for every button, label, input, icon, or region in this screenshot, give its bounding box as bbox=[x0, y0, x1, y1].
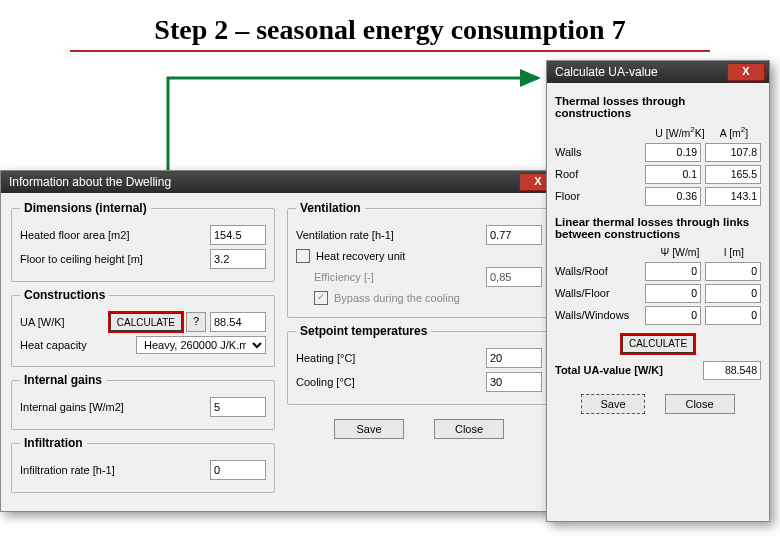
title-underline bbox=[70, 50, 710, 52]
ua-save-button[interactable]: Save bbox=[581, 394, 644, 414]
calculate-ua-button[interactable]: CALCULATE bbox=[110, 313, 182, 331]
internal-gains-input[interactable] bbox=[210, 397, 266, 417]
dwelling-title-text: Information about the Dwelling bbox=[9, 175, 171, 189]
ventilation-group: Ventilation Ventilation rate [h-1] Heat … bbox=[287, 201, 551, 318]
walls-u-input[interactable] bbox=[645, 143, 701, 162]
ceiling-height-input[interactable] bbox=[210, 249, 266, 269]
heated-area-label: Heated floor area [m2] bbox=[20, 229, 210, 241]
efficiency-input bbox=[486, 267, 542, 287]
heating-setpoint-label: Heating [°C] bbox=[296, 352, 486, 364]
constructions-legend: Constructions bbox=[20, 288, 109, 302]
ventilation-rate-input[interactable] bbox=[486, 225, 542, 245]
heat-capacity-label: Heat capacity bbox=[20, 339, 136, 351]
total-ua-label: Total UA-value [W/K] bbox=[555, 364, 703, 376]
heat-capacity-select[interactable]: Heavy, 260000 J/K.m2 bbox=[136, 336, 266, 354]
ua-section2-heading: Linear thermal losses through links betw… bbox=[555, 216, 761, 240]
ua-title-text: Calculate UA-value bbox=[555, 65, 658, 79]
roof-label: Roof bbox=[555, 168, 641, 180]
floor-label: Floor bbox=[555, 190, 641, 202]
col-psi-heading: Ψ [W/m] bbox=[653, 246, 707, 258]
walls-roof-label: Walls/Roof bbox=[555, 265, 641, 277]
heated-area-input[interactable] bbox=[210, 225, 266, 245]
cooling-setpoint-input[interactable] bbox=[486, 372, 542, 392]
walls-label: Walls bbox=[555, 146, 641, 158]
efficiency-label: Efficiency [-] bbox=[314, 271, 486, 283]
walls-windows-label: Walls/Windows bbox=[555, 309, 641, 321]
close-icon[interactable]: X bbox=[727, 63, 765, 81]
ventilation-legend: Ventilation bbox=[296, 201, 365, 215]
infiltration-rate-label: Infiltration rate [h-1] bbox=[20, 464, 210, 476]
floor-u-input[interactable] bbox=[645, 187, 701, 206]
heat-recovery-checkbox[interactable] bbox=[296, 249, 310, 263]
cooling-setpoint-label: Cooling [°C] bbox=[296, 376, 486, 388]
close-button[interactable]: Close bbox=[434, 419, 504, 439]
heat-recovery-label: Heat recovery unit bbox=[316, 250, 542, 262]
ua-close-button[interactable]: Close bbox=[665, 394, 735, 414]
ua-label: UA [W/K] bbox=[20, 316, 110, 328]
dimensions-legend: Dimensions (internal) bbox=[20, 201, 151, 215]
ua-section1-heading: Thermal losses through constructions bbox=[555, 95, 761, 119]
ventilation-rate-label: Ventilation rate [h-1] bbox=[296, 229, 486, 241]
save-button[interactable]: Save bbox=[334, 419, 404, 439]
roof-a-input[interactable] bbox=[705, 165, 761, 184]
infiltration-rate-input[interactable] bbox=[210, 460, 266, 480]
ua-value-input[interactable] bbox=[210, 312, 266, 332]
internal-gains-legend: Internal gains bbox=[20, 373, 106, 387]
slide-title: Step 2 – seasonal energy consumption 7 bbox=[0, 0, 780, 46]
help-button[interactable]: ? bbox=[186, 312, 206, 332]
dimensions-group: Dimensions (internal) Heated floor area … bbox=[11, 201, 275, 282]
walls-windows-psi-input[interactable] bbox=[645, 306, 701, 325]
bypass-label: Bypass during the cooling bbox=[334, 292, 542, 304]
calculate-ua-window: Calculate UA-value X Thermal losses thro… bbox=[546, 60, 770, 522]
ua-titlebar[interactable]: Calculate UA-value X bbox=[547, 61, 769, 83]
col-u-heading: U [W/m2K] bbox=[653, 125, 707, 139]
infiltration-group: Infiltration Infiltration rate [h-1] bbox=[11, 436, 275, 493]
walls-roof-l-input[interactable] bbox=[705, 262, 761, 281]
heating-setpoint-input[interactable] bbox=[486, 348, 542, 368]
dwelling-info-window: Information about the Dwelling X Dimensi… bbox=[0, 170, 562, 512]
bypass-checkbox bbox=[314, 291, 328, 305]
col-l-heading: l [m] bbox=[707, 246, 761, 258]
dwelling-titlebar[interactable]: Information about the Dwelling X bbox=[1, 171, 561, 193]
walls-floor-l-input[interactable] bbox=[705, 284, 761, 303]
ceiling-height-label: Floor to ceiling height [m] bbox=[20, 253, 210, 265]
setpoints-legend: Setpoint temperatures bbox=[296, 324, 431, 338]
walls-floor-psi-input[interactable] bbox=[645, 284, 701, 303]
walls-a-input[interactable] bbox=[705, 143, 761, 162]
walls-roof-psi-input[interactable] bbox=[645, 262, 701, 281]
internal-gains-label: Internal gains [W/m2] bbox=[20, 401, 210, 413]
infiltration-legend: Infiltration bbox=[20, 436, 87, 450]
floor-a-input[interactable] bbox=[705, 187, 761, 206]
setpoints-group: Setpoint temperatures Heating [°C] Cooli… bbox=[287, 324, 551, 405]
roof-u-input[interactable] bbox=[645, 165, 701, 184]
ua-calculate-button[interactable]: CALCULATE bbox=[622, 335, 694, 353]
col-a-heading: A [m2] bbox=[707, 125, 761, 139]
walls-windows-l-input[interactable] bbox=[705, 306, 761, 325]
constructions-group: Constructions UA [W/K] CALCULATE ? Heat … bbox=[11, 288, 275, 367]
total-ua-output bbox=[703, 361, 761, 380]
internal-gains-group: Internal gains Internal gains [W/m2] bbox=[11, 373, 275, 430]
walls-floor-label: Walls/Floor bbox=[555, 287, 641, 299]
